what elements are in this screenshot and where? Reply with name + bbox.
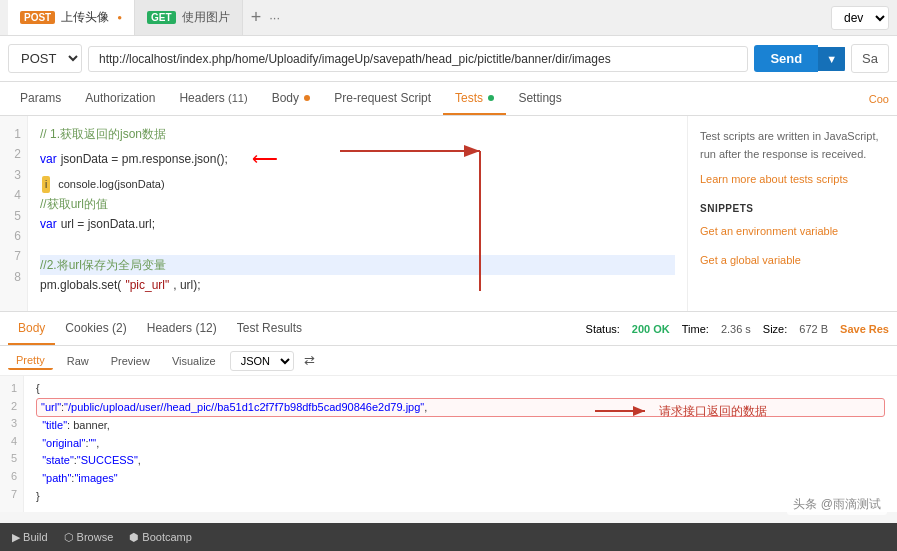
editor-section: 12345678 // 1.获取返回的json数据 var jsonData =… bbox=[0, 116, 897, 311]
resp-line-7: } bbox=[36, 488, 885, 506]
time-label: Time: bbox=[682, 323, 709, 335]
more-tabs-button[interactable]: ··· bbox=[269, 10, 280, 25]
resp-line-5: "state": "SUCCESS", bbox=[36, 452, 885, 470]
fmt-tab-preview[interactable]: Preview bbox=[103, 353, 158, 369]
right-panel-info: Test scripts are written in JavaScript, … bbox=[700, 128, 885, 163]
resp-line-numbers: 1234567 bbox=[0, 376, 24, 512]
learn-more-link[interactable]: Learn more about tests scripts bbox=[700, 171, 885, 189]
snippet-global-var[interactable]: Get a global variable bbox=[700, 252, 885, 270]
tab-tests-label: Tests bbox=[455, 91, 483, 105]
fmt-tab-raw[interactable]: Raw bbox=[59, 353, 97, 369]
time-value: 2.36 s bbox=[721, 323, 751, 335]
code-line-2: var jsonData = pm.response.json(); ⟵ bbox=[40, 144, 675, 175]
tab-authorization[interactable]: Authorization bbox=[73, 83, 167, 115]
env-dropdown[interactable]: dev bbox=[831, 6, 889, 30]
code-line-8: pm.globals.set("pic_url", url); bbox=[40, 275, 675, 295]
code-line-6 bbox=[40, 234, 675, 254]
tests-dot bbox=[488, 95, 494, 101]
send-button[interactable]: Send bbox=[754, 45, 818, 72]
tab-settings[interactable]: Settings bbox=[506, 83, 573, 115]
tab-tests[interactable]: Tests bbox=[443, 83, 506, 115]
tab-params-label: Params bbox=[20, 91, 61, 105]
method-select[interactable]: POST bbox=[8, 44, 82, 73]
tab-bar: POST 上传头像 ● GET 使用图片 + ··· dev bbox=[0, 0, 897, 36]
method-badge-post: POST bbox=[20, 11, 55, 24]
annotation-text: 请求接口返回的数据 bbox=[659, 403, 767, 420]
tab-body-label: Body bbox=[272, 91, 299, 105]
tab-post-upload[interactable]: POST 上传头像 ● bbox=[8, 0, 135, 35]
code-line-7: //2.将url保存为全局变量 bbox=[40, 255, 675, 275]
tab-prerequest[interactable]: Pre-request Script bbox=[322, 83, 443, 115]
tab-prerequest-label: Pre-request Script bbox=[334, 91, 431, 105]
tab-get-image[interactable]: GET 使用图片 bbox=[135, 0, 243, 35]
bottom-build[interactable]: ▶ Build bbox=[12, 531, 48, 544]
size-label: Size: bbox=[763, 323, 787, 335]
status-value: 200 OK bbox=[632, 323, 670, 335]
save-button[interactable]: Sa bbox=[851, 44, 889, 73]
code-line-4: //获取url的值 bbox=[40, 194, 675, 214]
bottom-bootcamp[interactable]: ⬢ Bootcamp bbox=[129, 531, 192, 544]
watermark: 头条 @雨滴测试 bbox=[787, 494, 887, 515]
resp-tab-test-results[interactable]: Test Results bbox=[227, 313, 312, 345]
right-panel: Test scripts are written in JavaScript, … bbox=[687, 116, 897, 311]
body-dot bbox=[304, 95, 310, 101]
tab-actions: + ··· bbox=[251, 7, 280, 28]
url-bar: POST Send ▼ Sa bbox=[0, 36, 897, 82]
tab-label-image: 使用图片 bbox=[182, 9, 230, 26]
response-tabs-bar: Body Cookies (2) Headers (12) Test Resul… bbox=[0, 312, 897, 346]
resp-tab-cookies[interactable]: Cookies (2) bbox=[55, 313, 136, 345]
format-tabs: Pretty Raw Preview Visualize JSON ⇄ bbox=[0, 346, 897, 376]
request-tabs: Params Authorization Headers (11) Body P… bbox=[0, 82, 897, 116]
resp-line-1: { bbox=[36, 380, 885, 398]
cookies-link[interactable]: Coo bbox=[869, 93, 889, 105]
tab-label-upload: 上传头像 bbox=[61, 9, 109, 26]
format-select[interactable]: JSON bbox=[230, 351, 294, 371]
format-icon[interactable]: ⇄ bbox=[304, 353, 315, 368]
env-selector: dev bbox=[831, 6, 889, 30]
bottom-bar: ▶ Build ⬡ Browse ⬢ Bootcamp bbox=[0, 523, 897, 551]
tab-params[interactable]: Params bbox=[8, 83, 73, 115]
url-input[interactable] bbox=[88, 46, 748, 72]
status-label: Status: bbox=[586, 323, 620, 335]
new-tab-button[interactable]: + bbox=[251, 7, 262, 28]
snippets-title: SNIPPETS bbox=[700, 201, 885, 217]
fmt-tab-pretty[interactable]: Pretty bbox=[8, 352, 53, 370]
status-info: Status: 200 OK Time: 2.36 s Size: 672 B … bbox=[586, 323, 889, 335]
annotation: 请求接口返回的数据 bbox=[595, 401, 767, 421]
save-response-button[interactable]: Save Res bbox=[840, 323, 889, 335]
snippet-env-var[interactable]: Get an environment variable bbox=[700, 223, 885, 241]
response-body: 1234567 { "url": "/public/upload/user//h… bbox=[0, 376, 897, 512]
code-line-3: i console.log(jsonData) bbox=[42, 175, 675, 194]
fmt-tab-visualize[interactable]: Visualize bbox=[164, 353, 224, 369]
annotation-arrow bbox=[595, 401, 655, 421]
tab-headers-badge: (11) bbox=[228, 92, 248, 104]
resp-tab-headers[interactable]: Headers (12) bbox=[137, 313, 227, 345]
tab-dot-orange: ● bbox=[117, 13, 122, 22]
code-line-1: // 1.获取返回的json数据 bbox=[40, 124, 675, 144]
resp-tab-body[interactable]: Body bbox=[8, 313, 55, 345]
code-editor[interactable]: // 1.获取返回的json数据 var jsonData = pm.respo… bbox=[28, 116, 687, 311]
resp-line-6: "path": "images" bbox=[36, 470, 885, 488]
tab-body[interactable]: Body bbox=[260, 83, 323, 115]
send-btn-group: Send ▼ bbox=[754, 45, 845, 72]
tab-headers[interactable]: Headers (11) bbox=[167, 83, 259, 115]
method-badge-get: GET bbox=[147, 11, 176, 24]
tab-authorization-label: Authorization bbox=[85, 91, 155, 105]
size-value: 672 B bbox=[799, 323, 828, 335]
resp-code: { "url": "/public/upload/user//head_pic/… bbox=[24, 376, 897, 512]
response-area: Body Cookies (2) Headers (12) Test Resul… bbox=[0, 311, 897, 511]
code-line-5: var url = jsonData.url; bbox=[40, 214, 675, 234]
line-numbers: 12345678 bbox=[0, 116, 28, 311]
resp-line-4: "original": "", bbox=[36, 435, 885, 453]
tab-headers-label: Headers bbox=[179, 91, 224, 105]
send-dropdown-button[interactable]: ▼ bbox=[818, 47, 845, 71]
tab-settings-label: Settings bbox=[518, 91, 561, 105]
bottom-browse[interactable]: ⬡ Browse bbox=[64, 531, 114, 544]
